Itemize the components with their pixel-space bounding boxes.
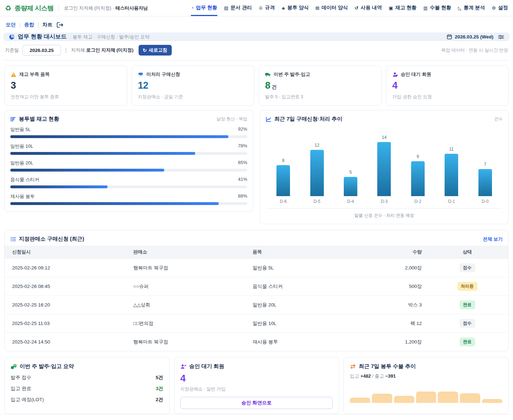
orders-row-label: 발주 접수 <box>11 374 31 381</box>
kpi-subtext: 지정판매소 · 금일 기준 <box>138 94 248 100</box>
trend-chart-body: 8125149117 D-6D-5D-4D-3D-2D-1D-0 일별 신청 건… <box>260 126 508 224</box>
go-to-approval-button[interactable]: 승인 화면으로 <box>180 397 333 409</box>
flow-separator: / <box>372 373 374 379</box>
chart-column: 11 <box>435 147 468 196</box>
refresh-icon: ↻ <box>143 48 147 53</box>
chart-x-label: D-4 <box>334 199 367 204</box>
settings-icon: ⚙ <box>492 5 496 11</box>
trend-panel-title: 최근 7일 구매신청·처리 추이 <box>274 116 342 122</box>
inventory-bar-fill <box>10 202 219 205</box>
purchase-requests-table: 신청일시판매소품목수량상태 2025-02-26 09:12행복마트 북구점일반… <box>5 246 508 351</box>
skin-links: 모던|종합|차트 <box>6 22 52 28</box>
sliders-icon[interactable] <box>498 35 504 40</box>
base-date-input[interactable] <box>22 45 61 56</box>
inventory-bar-track <box>10 135 247 138</box>
kpi-card-pending-requests: 미처리 구매신청12지정판매소 · 금일 기준 <box>131 65 254 106</box>
inventory-item-label: 일반용 10L <box>10 143 33 149</box>
inventory-bar-fill <box>10 135 228 138</box>
trend-chart-x-axis: D-6D-5D-4D-3D-2D-1D-0 <box>266 199 502 209</box>
kpi-card-weekly-orders: 이번 주 발주·입고8건발주 5 · 입고완료 3 <box>259 65 382 106</box>
nav-item-specs[interactable]: ♔규격 <box>259 0 275 16</box>
nav-item-bag-forms[interactable]: ◈봉투 양식 <box>282 0 309 16</box>
inventory-bar-line: 재사용 봉투88% <box>10 193 247 200</box>
filter-row: 기준일 | 지자체 로그인 지자체 (미지정) ↻ 새로고침 목업 데이터 · … <box>4 41 509 61</box>
view-all-link[interactable]: 전체 보기 <box>483 236 503 242</box>
trend-chart-panel: 최근 7일 구매신청·처리 추이 건수 8125149117 D-6D-5D-4… <box>260 110 509 224</box>
cell-qty: 박스 3 <box>373 296 426 314</box>
user-check-icon <box>180 364 186 369</box>
page-title: 업무 현황 대시보드 <box>18 33 67 41</box>
column-header-1: 판매소 <box>126 246 245 259</box>
status-badge: 접수 <box>460 319 475 328</box>
skin-link-modern[interactable]: 모던 <box>6 22 16 28</box>
kpi-head: 재고 부족 품목 <box>11 71 121 78</box>
bar-chart-icon <box>10 116 16 122</box>
inventory-bar-fill <box>10 152 195 155</box>
footnote: 차장님 요청 반영: 봉투별 재고·구매신청 리스트·그래프 / 추가 시안: … <box>0 414 513 420</box>
table-row[interactable]: 2025-02-25 11:03□□편의점일반용 10L팩 12접수 <box>5 314 508 333</box>
skin-link-chart[interactable]: 차트 <box>42 22 52 28</box>
table-row[interactable]: 2025-02-25 16:20△△상회일반용 20L박스 3완료 <box>5 296 508 314</box>
cell-datetime: 2025-02-24 14:50 <box>5 333 126 351</box>
cell-datetime: 2025-02-26 08:45 <box>5 277 126 296</box>
trend-unit-label: 건수 <box>494 116 503 122</box>
nav-item-documents[interactable]: ▤문서 관리 <box>224 0 252 16</box>
chart-value-label: 5 <box>349 170 352 175</box>
flow-out-label: 출고 <box>375 373 384 379</box>
refresh-button[interactable]: ↻ 새로고침 <box>139 45 172 56</box>
column-header-2: 품목 <box>245 246 373 259</box>
nav-item-settings[interactable]: ⚙설정 <box>492 0 508 16</box>
inventory-bar-track <box>10 152 247 155</box>
inventory-icon: ▣ <box>389 5 393 11</box>
nav-item-label: 규격 <box>265 5 275 11</box>
nav-item-statistics[interactable]: ◺통계 분석 <box>458 0 485 16</box>
divider: | <box>38 22 39 28</box>
approval-panel-head: 승인 대기 회원 <box>180 363 333 370</box>
table-row[interactable]: 2025-02-26 09:12행복마트 북구점일반용 5L2,000장접수 <box>5 259 508 277</box>
cell-status: 완료 <box>426 296 508 314</box>
table-row[interactable]: 2025-02-24 14:50행복마트 북구점재사용 봉투1,200장완료 <box>5 333 508 351</box>
inventory-item-label: 재사용 봉투 <box>10 193 35 200</box>
nav-item-inventory[interactable]: ▣재고 현황 <box>389 0 416 16</box>
dashboard-icon: ◔ <box>191 5 194 11</box>
table-body: 2025-02-26 09:12행복마트 북구점일반용 5L2,000장접수20… <box>5 259 508 351</box>
kpi-head: 승인 대기 회원 <box>392 71 502 78</box>
table-header-row: 신청일시판매소품목수량상태 <box>5 246 508 259</box>
nav-item-data-forms[interactable]: ⊞데이터 양식 <box>315 0 348 16</box>
divider: | <box>19 22 21 28</box>
kpi-card-low-stock: 재고 부족 품목3안전재고 미만 봉투 종류 <box>4 65 127 106</box>
nav-item-dashboard[interactable]: ◔업무 현황 <box>191 0 217 16</box>
chart-column: 5 <box>334 170 367 196</box>
cell-datetime: 2025-02-26 09:12 <box>5 259 126 277</box>
inventory-item-percent: 41% <box>238 177 247 183</box>
logout-icon[interactable] <box>57 22 63 28</box>
nav-item-usage-history[interactable]: ↺사용 내역 <box>354 0 382 16</box>
orders-summary-panel: 이번 주 발주·입고 요약 발주 접수5건입고 완료3건입고 예정(LOT)2건 <box>4 357 170 414</box>
table-row[interactable]: 2025-02-26 08:45○○슈퍼음식물 스티커500장처리중 <box>5 277 508 296</box>
chart-value-label: 7 <box>484 162 486 167</box>
specs-icon: ♔ <box>259 5 263 11</box>
inventory-panel-head: 봉투별 재고 현황 낱장 환산 · 목업 <box>5 110 253 126</box>
ledger-icon: ▥ <box>423 5 428 11</box>
chart-column: 14 <box>367 135 401 196</box>
page-title-bar: 업무 현황 대시보드 · 봉투 재고 · 구매신청 · 발주/승인 요약 202… <box>4 33 509 41</box>
date-chip[interactable]: 2026.03.25 (Wed) <box>447 34 493 40</box>
nav-item-ledger[interactable]: ▥수불 현황 <box>423 0 451 16</box>
nav-item-label: 수불 현황 <box>430 5 451 11</box>
inventory-item-label: 음식물 스티커 <box>10 177 40 183</box>
inventory-bar-track <box>10 185 247 188</box>
flow-panel-title: 최근 7일 봉투 수불 추이 <box>359 363 416 370</box>
swap-arrows-icon <box>350 364 356 369</box>
skin-link-composite[interactable]: 종합 <box>24 22 34 28</box>
flow-bar <box>416 392 436 403</box>
status-badge: 완료 <box>460 300 475 309</box>
inventory-bar-line: 일반용 5L92% <box>10 126 247 133</box>
cell-store: □□편의점 <box>126 314 245 333</box>
cell-qty: 2,000장 <box>373 259 426 277</box>
chart-x-label: D-0 <box>468 199 502 204</box>
kpi-label: 미처리 구매신청 <box>146 71 180 78</box>
nav-item-label: 업무 현황 <box>196 5 217 11</box>
flow-mini-chart <box>350 390 502 403</box>
list-icon <box>10 236 16 242</box>
org-label-value: 로그인 지자체 (미지정) <box>86 47 134 53</box>
